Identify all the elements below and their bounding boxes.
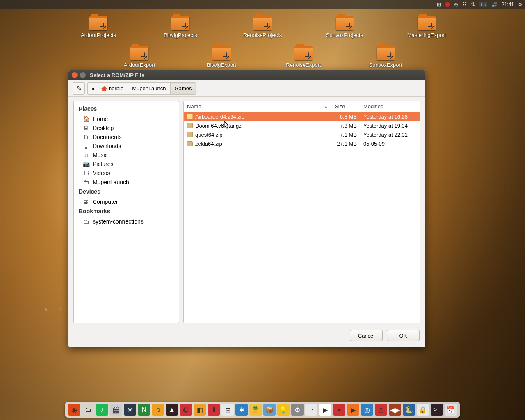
file-row[interactable]: Doom 64.v64.tar.gz7,3 MBYesterday at 19:… (184, 121, 420, 130)
place-label: Music (93, 152, 108, 158)
dock-app-ardour[interactable]: ▲ (166, 404, 178, 416)
tray-record-icon[interactable] (445, 2, 450, 7)
places-item-videos[interactable]: 🎞Videos (74, 169, 179, 178)
folder-icon: ↗ (130, 46, 148, 60)
desktop-folder-masteringexport[interactable]: ↗MasteringExport (404, 16, 449, 38)
path-seg-mupenlaunch[interactable]: MupenLaunch (128, 83, 170, 94)
column-modified[interactable]: Modified (360, 101, 420, 112)
ok-button[interactable]: OK (387, 330, 420, 341)
dock-app-python[interactable]: 🐍 (403, 404, 415, 416)
file-row[interactable]: quest64.zip7,1 MBYesterday at 22:31 (184, 130, 420, 139)
tray-apps-icon[interactable]: ⊞ (437, 2, 441, 7)
dock-app-terminal[interactable]: >_ (431, 404, 443, 416)
dock-app-calc[interactable]: ⊞ (221, 404, 234, 416)
place-label: Downloads (93, 143, 121, 149)
dock-app-kde[interactable]: ✱ (235, 404, 248, 416)
dock-app-music[interactable]: ♫ (152, 404, 164, 416)
file-name: zelda64.zip (195, 141, 222, 147)
edit-path-button[interactable]: ✎ (73, 82, 85, 95)
dock-app-n64[interactable]: N (138, 404, 150, 416)
desktop-folder-renoiseexport[interactable]: ↗RenoiseExport (281, 46, 326, 68)
file-modified: Yesterday at 19:34 (360, 123, 420, 129)
path-back-button[interactable]: ◂ (88, 83, 97, 94)
places-item-pictures[interactable]: 📷Pictures (74, 160, 179, 169)
tray-network-icon[interactable]: ⇅ (471, 2, 475, 7)
place-label: Desktop (93, 125, 114, 131)
path-seg-home-label: herbie (109, 85, 123, 91)
dock-app-gears[interactable]: ⚙ (291, 404, 304, 416)
dock-app-wave[interactable]: 〰 (305, 404, 317, 416)
dock-app-video-editor[interactable]: 🎬 (110, 404, 122, 416)
desktop-folder-bitwigprojects[interactable]: ↗BitwigProjects (158, 16, 203, 38)
toolbar: ✎ ◂ herbie MupenLaunch Games (68, 80, 425, 97)
dock-app-ubuntu[interactable]: ◉ (68, 404, 80, 416)
dock-app-weather[interactable]: ☀ (124, 404, 136, 416)
devices-item-computer[interactable]: 🖳Computer (74, 197, 179, 206)
folder-icon: ↗ (89, 16, 107, 30)
places-item-home[interactable]: 🏠Home (74, 114, 179, 123)
bookmarks-item-system-connections[interactable]: 🗀system-connections (74, 217, 179, 226)
file-name: Doom 64.v64.tar.gz (195, 123, 242, 129)
dock-app-record[interactable]: ● (333, 404, 345, 416)
dock-app-vpn[interactable]: 🔒 (417, 404, 429, 416)
dock-app-box[interactable]: 📦 (263, 404, 276, 416)
link-arrow-icon: ↗ (349, 25, 353, 30)
folder-icon: 🗀 (83, 218, 89, 225)
home-icon: 🏠 (83, 116, 89, 122)
file-name: quest64.zip (195, 132, 223, 138)
places-item-music[interactable]: ♫Music (74, 151, 179, 160)
places-item-desktop[interactable]: 🖥Desktop (74, 123, 179, 132)
folder-icon: ↗ (377, 46, 395, 60)
titlebar[interactable]: Select a ROM/ZIP File (68, 70, 425, 80)
tray-wifi-icon[interactable]: ⊚ (454, 2, 458, 7)
places-item-mupenlaunch[interactable]: 🗀MupenLaunch (74, 178, 179, 187)
column-name[interactable]: Name ▲ (184, 101, 331, 112)
dock-app-player[interactable]: ▶ (347, 404, 359, 416)
desktop-icon-label: SunvoxProjects (326, 32, 363, 38)
dock-app-files[interactable]: 🗂 (82, 404, 94, 416)
archive-icon (187, 123, 193, 128)
tray-clock[interactable]: 21:41 (502, 2, 514, 7)
dock-app-browser[interactable]: ◎ (361, 404, 373, 416)
link-arrow-icon: ↗ (185, 25, 189, 30)
file-size: 6,8 MB (331, 114, 360, 120)
desktop-folder-ardourprojects[interactable]: ↗ArdourProjects (76, 16, 121, 38)
desktop-icons: ↗ArdourProjects↗BitwigProjects↗RenoisePr… (0, 16, 525, 76)
tray-volume-icon[interactable]: 🔊 (491, 2, 498, 7)
desktop-folder-renoiseprojects[interactable]: ↗RenoiseProjects (240, 16, 285, 38)
dock-app-keep[interactable]: 💡 (277, 404, 290, 416)
desktop-folder-ardourexport[interactable]: ↗ArdourExport (117, 46, 162, 68)
cancel-button[interactable]: Cancel (350, 330, 383, 341)
close-icon[interactable] (72, 72, 78, 78)
path-seg-home[interactable]: herbie (97, 83, 128, 94)
folder-icon: ↗ (253, 16, 272, 30)
file-modified: 05-05-09 (360, 141, 420, 147)
music-icon: ♫ (83, 152, 89, 158)
archive-icon (187, 132, 193, 137)
desktop-folder-bitwigexport[interactable]: ↗BitwigExport (199, 46, 244, 68)
places-item-documents[interactable]: 🗋Documents (74, 132, 179, 142)
dock-app-mixer[interactable]: ⏣ (180, 404, 192, 416)
places-item-downloads[interactable]: ⭳Downloads (74, 142, 179, 151)
tray-gear-icon[interactable]: ⚙ (518, 2, 523, 7)
dock-app-handbrake[interactable]: 🍍 (249, 404, 262, 416)
tray-calendar-icon[interactable]: ☷ (462, 2, 467, 7)
minimize-icon[interactable] (80, 72, 86, 78)
dock-app-spotify[interactable]: ♪ (96, 404, 108, 416)
file-row[interactable]: zelda64.zip27,1 MB05-05-09 (184, 139, 420, 148)
file-list[interactable]: Airboarder64.z64.zip6,8 MBYesterday at 1… (184, 112, 420, 323)
link-arrow-icon: ↗ (308, 55, 312, 60)
dock-app-torrent[interactable]: ⬇ (208, 404, 220, 416)
desktop-icon-label: BitwigExport (207, 62, 236, 68)
desktop-folder-sunvoxexport[interactable]: ↗SunvoxExport (363, 46, 408, 68)
tray-lang-indicator[interactable]: En (479, 2, 487, 7)
dock-app-youtube[interactable]: ▶ (319, 404, 331, 416)
file-row[interactable]: Airboarder64.z64.zip6,8 MBYesterday at 1… (184, 112, 420, 121)
path-seg-games[interactable]: Games (171, 83, 196, 94)
dock-app-target[interactable]: ◎ (375, 404, 387, 416)
dock-app-bitwig[interactable]: ◧ (194, 404, 206, 416)
column-size[interactable]: Size (331, 101, 360, 112)
desktop-folder-sunvoxprojects[interactable]: ↗SunvoxProjects (322, 16, 367, 38)
dock-app-cal[interactable]: 📅 (445, 404, 457, 416)
dock-app-tag[interactable]: ◀▶ (389, 404, 401, 416)
